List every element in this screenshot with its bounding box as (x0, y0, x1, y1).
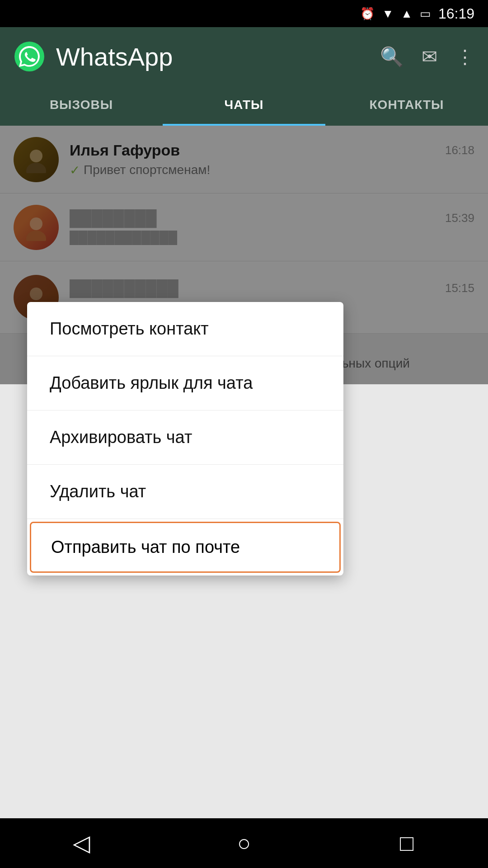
tab-calls[interactable]: ВЫЗОВЫ (0, 86, 163, 126)
new-chat-icon[interactable]: ✉ (422, 46, 437, 68)
recent-button[interactable]: □ (384, 821, 429, 866)
header-actions: 🔍 ✉ ⋮ (380, 46, 474, 68)
home-button[interactable]: ○ (221, 821, 267, 866)
wifi-icon: ▼ (382, 7, 394, 21)
tab-chats[interactable]: ЧАТЫ (163, 86, 325, 126)
app-logo (14, 41, 45, 72)
chat-list-container: Илья Гафуров 16:18 ✓ Привет спортсменам! (0, 126, 488, 384)
tab-bar: ВЫЗОВЫ ЧАТЫ КОНТАКТЫ (0, 86, 488, 126)
app-header: WhatsApp 🔍 ✉ ⋮ (0, 27, 488, 86)
menu-item-view-contact[interactable]: Посмотреть контакт (27, 302, 343, 356)
menu-item-delete-chat[interactable]: Удалить чат (27, 465, 343, 519)
status-bar: ⏰ ▼ ▲ ▭ 16:19 (0, 0, 488, 27)
app-title: WhatsApp (56, 42, 369, 71)
more-icon[interactable]: ⋮ (455, 46, 474, 68)
signal-icon: ▲ (401, 7, 413, 21)
menu-item-email-chat[interactable]: Отправить чат по почте (30, 522, 341, 573)
status-icons: ⏰ ▼ ▲ ▭ 16:19 (360, 5, 474, 22)
context-menu: Посмотреть контакт Добавить ярлык для ча… (27, 302, 343, 576)
menu-item-archive-chat[interactable]: Архивировать чат (27, 410, 343, 465)
status-time: 16:19 (438, 5, 474, 22)
search-icon[interactable]: 🔍 (380, 46, 404, 68)
alarm-icon: ⏰ (360, 7, 375, 21)
back-button[interactable]: ◁ (59, 821, 104, 866)
menu-item-add-shortcut[interactable]: Добавить ярлык для чата (27, 356, 343, 410)
battery-icon: ▭ (420, 7, 431, 21)
nav-bar: ◁ ○ □ (0, 818, 488, 868)
svg-point-0 (14, 42, 44, 71)
tab-contacts[interactable]: КОНТАКТЫ (325, 86, 488, 126)
